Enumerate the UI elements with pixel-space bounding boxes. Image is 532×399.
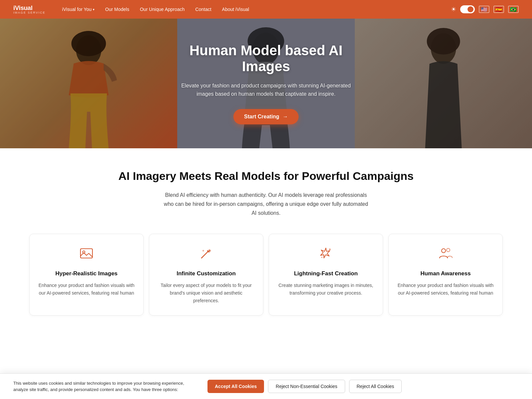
hero-subtitle: Elevate your fashion and product campaig…: [176, 81, 356, 98]
wand-icon: [157, 246, 255, 264]
nav-unique-approach[interactable]: Our Unique Approach: [140, 7, 185, 12]
svg-point-11: [447, 248, 450, 252]
svg-point-9: [321, 257, 323, 258]
nav-right: ☀ 🇺🇸 🇪🇸 🇧🇷: [451, 5, 519, 13]
hero-title: Human Model based AI Images: [176, 43, 356, 75]
hero-content: Human Model based AI Images Elevate your…: [163, 43, 369, 124]
svg-point-8: [329, 248, 331, 250]
nav-our-models[interactable]: Our Models: [105, 7, 129, 12]
feature-desc: Enhance your product and fashion visuals…: [397, 282, 494, 297]
features-grid: Hyper-Realistic Images Enhance your prod…: [0, 234, 532, 329]
start-creating-button[interactable]: Start Creating →: [233, 109, 299, 124]
hero-section: Human Model based AI Images Elevate your…: [0, 19, 532, 148]
navigation: iVisual IMAGE SERVICE iVisual for You ▾ …: [0, 0, 532, 19]
sun-icon: ☀: [451, 6, 456, 13]
sparkle-icon: [277, 246, 375, 264]
nav-links: iVisual for You ▾ Our Models Our Unique …: [62, 7, 451, 12]
feature-desc: Create stunning marketing images in minu…: [277, 282, 375, 297]
image-icon: [38, 246, 135, 264]
logo[interactable]: iVisual IMAGE SERVICE: [13, 4, 46, 14]
chevron-down-icon: ▾: [93, 8, 94, 11]
arrow-icon: →: [283, 114, 288, 120]
nav-about[interactable]: About iVisual: [222, 7, 249, 12]
tagline-section: AI Imagery Meets Real Models for Powerfu…: [0, 148, 532, 234]
feature-title: Hyper-Realistic Images: [38, 270, 135, 277]
tagline-heading: AI Imagery Meets Real Models for Powerfu…: [13, 170, 519, 183]
flag-br[interactable]: 🇧🇷: [508, 6, 519, 13]
toggle-knob: [467, 6, 473, 12]
nav-ivisual-for-you[interactable]: iVisual for You ▾: [62, 7, 94, 12]
theme-toggle[interactable]: [460, 5, 475, 13]
feature-infinite-customization: Infinite Customization Tailor every aspe…: [149, 234, 263, 316]
feature-title: Infinite Customization: [157, 270, 255, 277]
svg-rect-6: [80, 249, 92, 258]
feature-title: Human Awareness: [397, 270, 494, 277]
feature-hyper-realistic: Hyper-Realistic Images Enhance your prod…: [29, 234, 144, 316]
svg-point-10: [442, 249, 446, 253]
feature-human-awareness: Human Awareness Enhance your product and…: [388, 234, 503, 316]
people-icon: [397, 246, 494, 264]
feature-desc: Tailor every aspect of your models to fi…: [157, 282, 255, 305]
feature-lightning-fast: Lightning-Fast Creation Create stunning …: [269, 234, 383, 316]
flag-us[interactable]: 🇺🇸: [479, 6, 489, 13]
flag-es[interactable]: 🇪🇸: [493, 6, 504, 13]
tagline-body: Blend AI efficiency with human authentic…: [163, 191, 369, 218]
nav-contact[interactable]: Contact: [195, 7, 211, 12]
feature-title: Lightning-Fast Creation: [277, 270, 375, 277]
feature-desc: Enhance your product and fashion visuals…: [38, 282, 135, 297]
